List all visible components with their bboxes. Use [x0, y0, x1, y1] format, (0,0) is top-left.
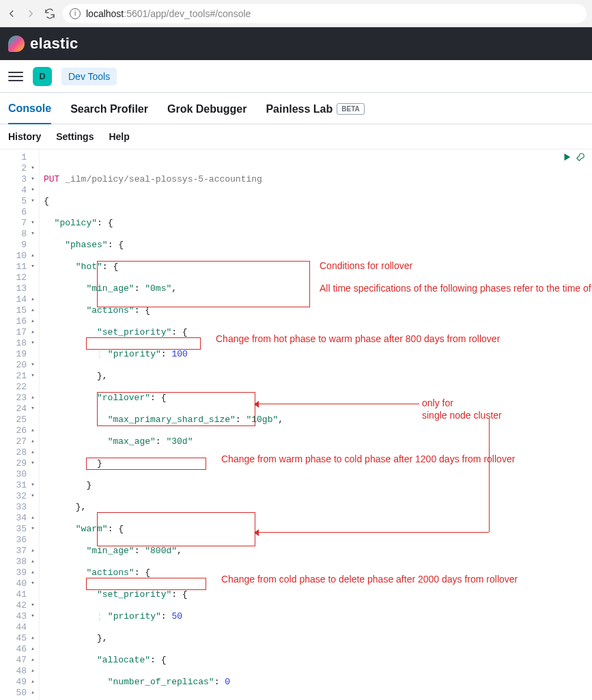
url-bar[interactable]: i localhost:5601/app/dev_tools#/console — [63, 4, 587, 23]
url-text: localhost:5601/app/dev_tools#/console — [86, 8, 251, 19]
wrench-icon[interactable] — [576, 152, 585, 162]
run-icon[interactable] — [562, 152, 572, 162]
dev-tabs: Console Search Profiler Grok Debugger Pa… — [0, 93, 592, 124]
subtab-settings[interactable]: Settings — [56, 131, 94, 142]
elastic-header: elastic — [0, 27, 592, 60]
elastic-logo-text[interactable]: elastic — [30, 35, 79, 53]
menu-icon[interactable] — [8, 69, 23, 84]
line-no: 1 — [0, 152, 36, 163]
subtab-help[interactable]: Help — [109, 131, 129, 142]
beta-badge: BETA — [337, 103, 364, 115]
gutter: 1 2▾ 3▾ 4▾ 5▾ 6 7▾ 8▾ 9 10▴ 11▾ 12 13 14… — [0, 150, 40, 700]
kibana-chrome: D Dev Tools — [0, 60, 592, 93]
tab-painless-label: Painless Lab — [266, 103, 333, 115]
console-subtabs: History Settings Help — [0, 124, 592, 150]
tab-painless-lab[interactable]: Painless Lab BETA — [266, 103, 364, 124]
forward-icon[interactable] — [25, 8, 37, 20]
tab-console[interactable]: Console — [8, 102, 51, 124]
anno-box-delete-minage — [86, 578, 206, 590]
anno-arrow-allocate-warm — [258, 404, 419, 404]
avatar[interactable]: D — [33, 67, 52, 86]
tab-search-profiler[interactable]: Search Profiler — [70, 103, 148, 124]
tab-grok-debugger[interactable]: Grok Debugger — [167, 103, 246, 124]
breadcrumb[interactable]: Dev Tools — [61, 68, 117, 85]
back-icon[interactable] — [5, 8, 18, 20]
editor[interactable]: 1 2▾ 3▾ 4▾ 5▾ 6 7▾ 8▾ 9 10▴ 11▾ 12 13 14… — [0, 150, 592, 700]
subtab-history[interactable]: History — [8, 131, 41, 142]
code-area[interactable]: PUT _ilm/policy/seal-plossys-5-accountin… — [40, 150, 592, 700]
elastic-logo-icon[interactable] — [8, 36, 25, 52]
reload-icon[interactable] — [44, 8, 56, 20]
anno-vline — [489, 419, 490, 532]
anno-box-warm-minage — [86, 337, 201, 350]
info-icon[interactable]: i — [70, 8, 81, 19]
browser-bar: i localhost:5601/app/dev_tools#/console — [0, 0, 592, 27]
